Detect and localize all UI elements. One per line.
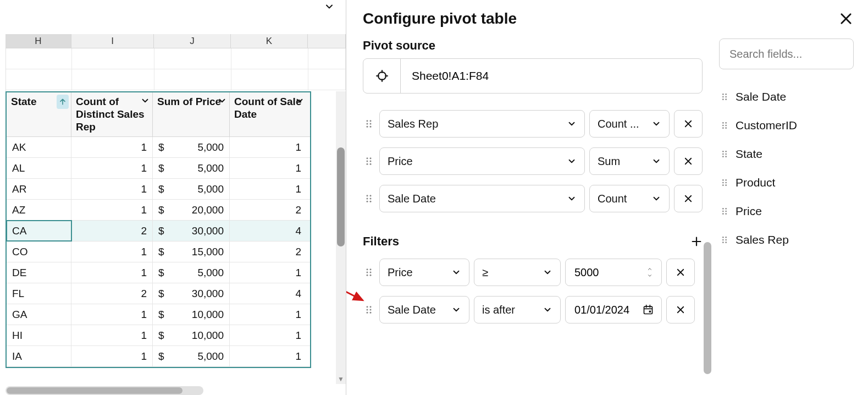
cell-state[interactable]: HI [7,325,71,345]
select-range-button[interactable] [363,59,401,93]
panel-scrollbar[interactable] [704,242,711,374]
field-item[interactable]: CustomerID [719,111,854,140]
cell-count-rep[interactable]: 1 [71,242,153,262]
drag-handle[interactable] [363,194,375,204]
col-header-j[interactable]: J [154,34,231,48]
col-header-h[interactable]: H [5,34,71,48]
cell-state[interactable]: IA [7,346,71,366]
cell-count-date[interactable]: 1 [230,137,307,157]
table-row[interactable]: AK1$5,0001 [7,137,310,158]
field-item[interactable]: Sales Rep [719,226,854,254]
spinner-up[interactable] [646,266,654,272]
cell-count-rep[interactable]: 2 [71,283,153,304]
col-header-i[interactable]: I [71,34,154,48]
filter-value-field[interactable] [573,266,639,279]
cell-sum-price[interactable]: $5,000 [153,137,230,157]
pivot-header-count-date[interactable]: Count of Sale Date [230,92,307,136]
cell-state[interactable]: AL [7,158,71,178]
cell-state[interactable]: CA [7,221,71,241]
pivot-source-input[interactable] [401,59,702,93]
drag-handle[interactable] [363,267,375,277]
pivot-table[interactable]: State Count of Distinct Sales Rep Sum of… [5,91,311,368]
pivot-header-sum-price[interactable]: Sum of Price [153,92,230,136]
cell-sum-price[interactable]: $30,000 [153,221,230,241]
table-row[interactable]: AZ1$20,0002 [7,200,310,221]
filter-value-input[interactable] [565,259,662,286]
cell-count-date[interactable]: 4 [230,221,307,241]
spinner-down[interactable] [646,273,654,278]
cell-sum-price[interactable]: $5,000 [153,158,230,178]
table-row[interactable]: AL1$5,0001 [7,158,310,179]
table-row[interactable]: FL2$30,0004 [7,283,310,304]
chevron-down-icon[interactable] [140,96,150,106]
table-row[interactable]: CA2$30,0004 [7,221,310,242]
field-search[interactable] [719,39,854,69]
collapse-chevron[interactable] [320,0,338,13]
value-agg-select[interactable]: Count [589,185,670,212]
cell-count-date[interactable]: 1 [230,346,307,366]
value-field-select[interactable]: Price [379,147,585,175]
cell-sum-price[interactable]: $30,000 [153,283,230,304]
cell-state[interactable]: DE [7,262,71,283]
horizontal-scrollbar[interactable] [5,386,203,395]
cell-count-rep[interactable]: 1 [71,262,153,283]
drag-handle[interactable] [363,156,375,166]
sort-asc-icon[interactable] [57,95,69,109]
filter-op-select[interactable]: ≥ [474,259,561,286]
remove-filter-button[interactable] [666,259,695,286]
pivot-header-count-rep[interactable]: Count of Distinct Sales Rep [71,92,153,136]
filter-value-field[interactable] [573,303,639,317]
field-search-input[interactable] [728,47,844,61]
drag-handle[interactable] [363,119,375,129]
cell-sum-price[interactable]: $15,000 [153,242,230,262]
cell-state[interactable]: CO [7,242,71,262]
chevron-down-icon[interactable] [217,96,227,106]
cell-count-rep[interactable]: 1 [71,346,153,366]
cell-count-rep[interactable]: 1 [71,158,153,178]
cell-sum-price[interactable]: $5,000 [153,346,230,366]
cell-count-date[interactable]: 1 [230,262,307,283]
filter-field-select[interactable]: Price [379,259,469,286]
cell-count-date[interactable]: 4 [230,283,307,304]
cell-state[interactable]: GA [7,304,71,325]
cell-sum-price[interactable]: $5,000 [153,179,230,199]
table-row[interactable]: GA1$10,0001 [7,304,310,325]
cell-sum-price[interactable]: $5,000 [153,262,230,283]
table-row[interactable]: HI1$10,0001 [7,325,310,346]
table-row[interactable]: AR1$5,0001 [7,179,310,200]
filter-op-select[interactable]: is after [474,296,561,323]
cell-count-date[interactable]: 1 [230,325,307,345]
filter-value-input[interactable] [565,296,662,323]
value-field-select[interactable]: Sale Date [379,185,585,212]
value-agg-select[interactable]: Count ... [589,110,670,138]
cell-count-rep[interactable]: 1 [71,304,153,325]
cell-state[interactable]: AK [7,137,71,157]
pivot-header-state[interactable]: State [7,92,71,136]
cell-count-rep[interactable]: 1 [71,137,153,157]
value-field-select[interactable]: Sales Rep [379,110,585,138]
cell-count-date[interactable]: 2 [230,200,307,220]
table-row[interactable]: IA1$5,0001 [7,346,310,367]
cell-count-date[interactable]: 1 [230,158,307,178]
field-item[interactable]: State [719,140,854,168]
field-item[interactable]: Sale Date [719,83,854,111]
field-item[interactable]: Price [719,197,854,226]
remove-filter-button[interactable] [666,296,695,323]
remove-value-button[interactable] [674,147,703,175]
cell-count-rep[interactable]: 1 [71,325,153,345]
cell-sum-price[interactable]: $10,000 [153,325,230,345]
table-row[interactable]: CO1$15,0002 [7,242,310,262]
drag-handle[interactable] [363,305,375,315]
col-header-k[interactable]: K [231,34,308,48]
cell-count-rep[interactable]: 1 [71,179,153,199]
cell-sum-price[interactable]: $20,000 [153,200,230,220]
cell-count-date[interactable]: 1 [230,304,307,325]
cell-state[interactable]: AR [7,179,71,199]
horizontal-scrollbar-thumb[interactable] [7,387,183,394]
filter-field-select[interactable]: Sale Date [379,296,469,323]
remove-value-button[interactable] [674,110,703,138]
add-filter-button[interactable] [690,235,703,248]
cell-sum-price[interactable]: $10,000 [153,304,230,325]
remove-value-button[interactable] [674,185,703,212]
cell-count-date[interactable]: 1 [230,179,307,199]
